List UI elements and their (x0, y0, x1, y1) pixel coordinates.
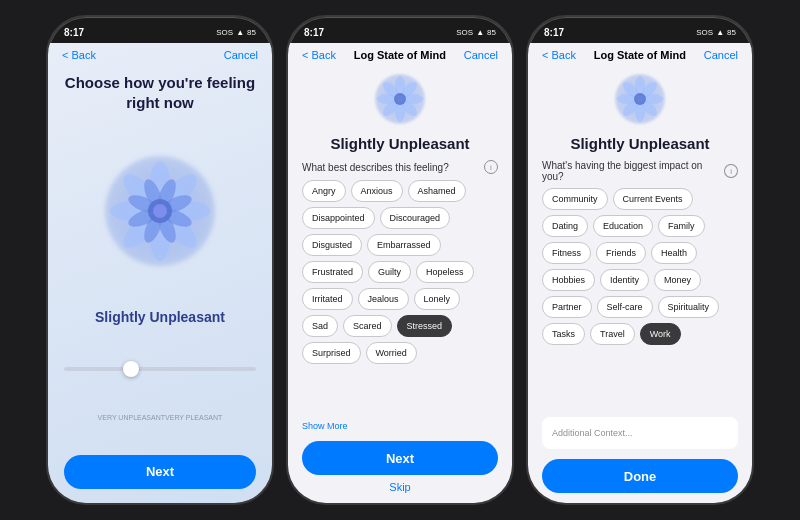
status-time-1: 8:17 (64, 27, 84, 38)
tag-worried[interactable]: Worried (366, 342, 417, 364)
nav-bar-1: < Back Cancel (48, 43, 272, 65)
tag-hobbies[interactable]: Hobbies (542, 269, 595, 291)
back-button-3[interactable]: < Back (542, 49, 576, 61)
signal-icon-3: SOS (696, 28, 713, 37)
cancel-button-1[interactable]: Cancel (224, 49, 258, 61)
battery-icon-2: 85 (487, 28, 496, 37)
question-text-2: What best describes this feeling? (302, 162, 449, 173)
info-icon-3[interactable]: i (724, 164, 738, 178)
phone-screen2: 8:17 SOS ▲ 85 < Back Log State of Mind C… (286, 15, 514, 505)
done-button[interactable]: Done (542, 459, 738, 493)
tag-disgusted[interactable]: Disgusted (302, 234, 362, 256)
phone-screen3: 8:17 SOS ▲ 85 < Back Log State of Mind C… (526, 15, 754, 505)
status-icons-1: SOS ▲ 85 (216, 28, 256, 37)
status-icons-3: SOS ▲ 85 (696, 28, 736, 37)
wifi-icon-3: ▲ (716, 28, 724, 37)
section-heading-2: Slightly Unpleasant (288, 133, 512, 156)
battery-icon-3: 85 (727, 28, 736, 37)
tag-surprised[interactable]: Surprised (302, 342, 361, 364)
tags-area-3: Community Current Events Dating Educatio… (528, 184, 752, 413)
screen2-footer: Next Skip (288, 435, 512, 503)
tag-lonely[interactable]: Lonely (414, 288, 461, 310)
battery-icon: 85 (247, 28, 256, 37)
tag-sad[interactable]: Sad (302, 315, 338, 337)
tag-anxious[interactable]: Anxious (351, 180, 403, 202)
tag-frustrated[interactable]: Frustrated (302, 261, 363, 283)
tags-area-2: Angry Anxious Ashamed Disappointed Disco… (288, 176, 512, 419)
tag-disappointed[interactable]: Disappointed (302, 207, 375, 229)
slider-thumb-1[interactable] (123, 361, 139, 377)
signal-icon-2: SOS (456, 28, 473, 37)
tag-self-care[interactable]: Self-care (597, 296, 653, 318)
phone-screen1: 8:17 SOS ▲ 85 < Back Cancel Choose how y… (46, 15, 274, 505)
show-more-link[interactable]: Show More (288, 419, 512, 435)
slider-label-right: VERY PLEASANT (165, 414, 222, 421)
status-bar-2: 8:17 SOS ▲ 85 (288, 17, 512, 43)
svg-point-28 (394, 93, 406, 105)
tag-embarrassed[interactable]: Embarrassed (367, 234, 441, 256)
svg-point-18 (153, 204, 167, 218)
status-time-2: 8:17 (304, 27, 324, 38)
main-title-1: Choose how you're feeling right now (64, 73, 256, 112)
wifi-icon-2: ▲ (476, 28, 484, 37)
tag-spirituality[interactable]: Spirituality (658, 296, 720, 318)
tag-partner[interactable]: Partner (542, 296, 592, 318)
tag-irritated[interactable]: Irritated (302, 288, 353, 310)
nav-bar-2: < Back Log State of Mind Cancel (288, 43, 512, 65)
back-button-1[interactable]: < Back (62, 49, 96, 61)
back-button-2[interactable]: < Back (302, 49, 336, 61)
context-input[interactable]: Additional Context... (542, 417, 738, 449)
tag-work[interactable]: Work (640, 323, 681, 345)
tag-travel[interactable]: Travel (590, 323, 635, 345)
nav-bar-3: < Back Log State of Mind Cancel (528, 43, 752, 65)
tag-jealous[interactable]: Jealous (358, 288, 409, 310)
main-content-1: Choose how you're feeling right now (48, 65, 272, 503)
nav-title-2: Log State of Mind (354, 49, 446, 61)
screen3-footer: Done (528, 453, 752, 503)
tag-guilty[interactable]: Guilty (368, 261, 411, 283)
tag-family[interactable]: Family (658, 215, 705, 237)
tag-angry[interactable]: Angry (302, 180, 346, 202)
tag-health[interactable]: Health (651, 242, 697, 264)
next-button-1[interactable]: Next (64, 455, 256, 489)
flower-visual-3 (610, 69, 670, 129)
tag-friends[interactable]: Friends (596, 242, 646, 264)
screen2-main: < Back Log State of Mind Cancel (288, 43, 512, 503)
tag-hopeless[interactable]: Hopeless (416, 261, 474, 283)
screen1-content: < Back Cancel Choose how you're feeling … (48, 43, 272, 503)
slider-label-left: VERY UNPLEASANT (98, 414, 165, 421)
slider-1[interactable] (64, 361, 256, 377)
status-bar-3: 8:17 SOS ▲ 85 (528, 17, 752, 43)
tag-current-events[interactable]: Current Events (613, 188, 693, 210)
next-button-2[interactable]: Next (302, 441, 498, 475)
status-icons-2: SOS ▲ 85 (456, 28, 496, 37)
tag-money[interactable]: Money (654, 269, 701, 291)
question-text-3: What's having the biggest impact on you? (542, 160, 724, 182)
svg-point-38 (634, 93, 646, 105)
flower-visual-1 (95, 146, 225, 276)
tag-fitness[interactable]: Fitness (542, 242, 591, 264)
skip-link[interactable]: Skip (389, 481, 410, 493)
tag-identity[interactable]: Identity (600, 269, 649, 291)
info-icon-2[interactable]: i (484, 160, 498, 174)
tag-education[interactable]: Education (593, 215, 653, 237)
feeling-label-1: Slightly Unpleasant (95, 309, 225, 325)
tag-stressed[interactable]: Stressed (397, 315, 453, 337)
screen3-main: < Back Log State of Mind Cancel (528, 43, 752, 503)
cancel-button-2[interactable]: Cancel (464, 49, 498, 61)
tag-community[interactable]: Community (542, 188, 608, 210)
cancel-button-3[interactable]: Cancel (704, 49, 738, 61)
context-placeholder: Additional Context... (552, 428, 633, 438)
tag-scared[interactable]: Scared (343, 315, 392, 337)
tag-tasks[interactable]: Tasks (542, 323, 585, 345)
slider-labels-1: VERY UNPLEASANT VERY PLEASANT (98, 414, 223, 421)
tag-ashamed[interactable]: Ashamed (408, 180, 466, 202)
question-row-2: What best describes this feeling? i (288, 156, 512, 176)
status-bar-1: 8:17 SOS ▲ 85 (48, 17, 272, 43)
tag-dating[interactable]: Dating (542, 215, 588, 237)
tag-discouraged[interactable]: Discouraged (380, 207, 451, 229)
wifi-icon: ▲ (236, 28, 244, 37)
nav-title-3: Log State of Mind (594, 49, 686, 61)
signal-icon: SOS (216, 28, 233, 37)
flower-visual-2 (370, 69, 430, 129)
